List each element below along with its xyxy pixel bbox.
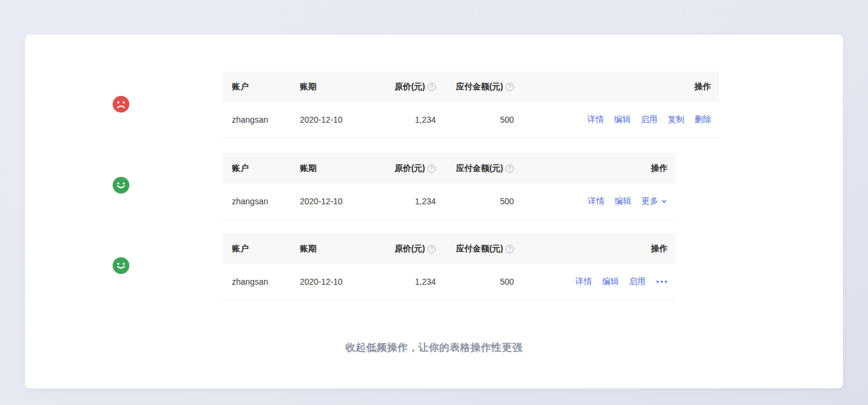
cell-account: zhangsan: [222, 277, 300, 286]
table-row: zhangsan 2020-12-10 1,234 500 详情 编辑 更多: [222, 183, 675, 220]
column-header-payable-amount: 应付金额(元): [456, 82, 503, 92]
cell-account: zhangsan: [222, 197, 300, 206]
help-icon[interactable]: ?: [427, 164, 436, 173]
row-actions: 详情 编辑 更多: [514, 196, 675, 207]
help-icon[interactable]: ?: [427, 245, 436, 253]
smile-face-icon: [113, 177, 129, 194]
chevron-down-icon: [661, 198, 668, 205]
cell-period: 2020-12-10: [300, 277, 377, 286]
column-header-original-price: 原价(元): [395, 163, 425, 174]
column-header-actions: 操作: [514, 244, 675, 254]
action-link-edit[interactable]: 编辑: [602, 276, 619, 287]
column-header-period: 账期: [300, 82, 377, 92]
row-actions: 详情 编辑 启用: [514, 276, 675, 287]
cell-original-price: 1,234: [377, 197, 436, 206]
help-icon[interactable]: ?: [427, 83, 436, 91]
action-link-details[interactable]: 详情: [588, 196, 604, 207]
cell-period: 2020-12-10: [300, 115, 377, 124]
action-link-enable[interactable]: 启用: [629, 276, 646, 287]
column-header-period: 账期: [300, 163, 377, 174]
table-row: zhangsan 2020-12-10 1,234 500 详情 编辑 启用 复…: [222, 102, 719, 138]
guideline-caption: 收起低频操作，让你的表格操作性更强: [25, 341, 843, 354]
cell-original-price: 1,234: [377, 277, 436, 286]
frown-face-icon: [113, 96, 129, 113]
column-header-payable-amount: 应付金额(元): [456, 244, 503, 254]
action-link-edit[interactable]: 编辑: [615, 196, 631, 207]
column-header-payable-amount: 应付金额(元): [456, 163, 503, 174]
column-header-period: 账期: [300, 244, 377, 254]
cell-payable-amount: 500: [436, 197, 514, 206]
table-good-example-ellipsis: 账户 账期 原价(元) ? 应付金额(元) ? 操作 zhangsan 2020…: [222, 233, 675, 300]
action-link-copy[interactable]: 复制: [668, 114, 684, 125]
action-link-enable[interactable]: 启用: [641, 114, 658, 125]
cell-payable-amount: 500: [436, 115, 514, 124]
guideline-card: 账户 账期 原价(元) ? 应付金额(元) ? 操作 zhangsan 2020…: [25, 35, 843, 388]
action-link-details[interactable]: 详情: [575, 276, 592, 287]
table-good-example-dropdown: 账户 账期 原价(元) ? 应付金额(元) ? 操作 zhangsan 2020…: [222, 153, 675, 220]
column-header-actions: 操作: [514, 82, 719, 92]
column-header-account: 账户: [222, 163, 300, 174]
table-bad-example: 账户 账期 原价(元) ? 应付金额(元) ? 操作 zhangsan 2020…: [222, 71, 719, 138]
column-header-account: 账户: [222, 82, 300, 92]
cell-original-price: 1,234: [377, 115, 436, 124]
action-link-more[interactable]: 更多: [641, 196, 668, 207]
help-icon[interactable]: ?: [506, 164, 514, 173]
cell-payable-amount: 500: [436, 277, 514, 286]
column-header-original-price: 原价(元): [395, 244, 425, 254]
action-link-edit[interactable]: 编辑: [614, 114, 631, 125]
table-header-row: 账户 账期 原价(元) ? 应付金额(元) ? 操作: [222, 71, 719, 102]
table-header-row: 账户 账期 原价(元) ? 应付金额(元) ? 操作: [222, 153, 675, 183]
smile-face-icon: [113, 257, 129, 274]
help-icon[interactable]: ?: [506, 83, 514, 91]
cell-period: 2020-12-10: [300, 197, 377, 206]
table-header-row: 账户 账期 原价(元) ? 应付金额(元) ? 操作: [222, 233, 675, 264]
action-link-delete[interactable]: 删除: [695, 114, 711, 125]
action-link-details[interactable]: 详情: [587, 114, 604, 125]
help-icon[interactable]: ?: [506, 245, 514, 253]
column-header-account: 账户: [222, 244, 300, 254]
column-header-original-price: 原价(元): [395, 82, 425, 92]
column-header-actions: 操作: [514, 163, 675, 174]
row-actions: 详情 编辑 启用 复制 删除: [514, 114, 719, 125]
table-row: zhangsan 2020-12-10 1,234 500 详情 编辑 启用: [222, 264, 675, 300]
cell-account: zhangsan: [222, 115, 300, 124]
more-ellipsis-icon[interactable]: [656, 279, 668, 284]
